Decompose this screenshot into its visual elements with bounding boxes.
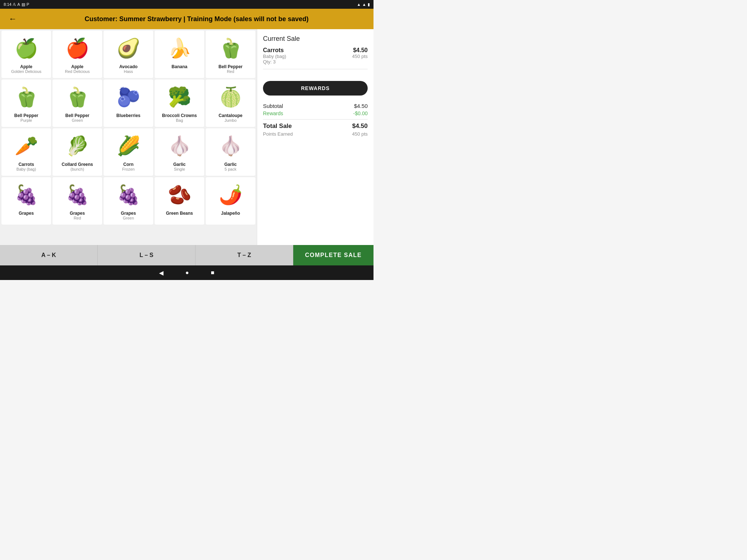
product-card-blueberries[interactable]: 🫐Blueberries (104, 79, 153, 127)
product-img-corn: 🌽 (114, 131, 143, 160)
product-card-avocado[interactable]: 🥑AvocadoHass (104, 31, 153, 78)
product-card-apple-golden[interactable]: 🍏AppleGolden Delicious (1, 31, 51, 78)
points-row: Points Earned 450 pts (263, 131, 368, 137)
product-name-bell-pepper-green: Bell Pepper (65, 113, 89, 118)
android-back-button[interactable]: ◀ (159, 269, 163, 276)
status-icon-a1: 𝔸 (13, 2, 16, 7)
status-bar: 8:14 𝔸 A ▤ P ▲ ▲ ▮ (0, 0, 374, 9)
product-sub-garlic-single: Single (174, 167, 185, 171)
rewards-button[interactable]: REWARDS (263, 81, 368, 96)
product-img-grapes-red: 🍇 (63, 180, 92, 209)
product-sub-avocado: Hass (124, 69, 133, 74)
subtotal-label: Subtotal (263, 103, 283, 109)
product-name-carrots: Carrots (19, 162, 34, 167)
product-card-collard-greens[interactable]: 🥬Collard Greens(bunch) (53, 128, 102, 176)
product-sub-grapes-green: Green (123, 216, 134, 220)
android-recent-button[interactable]: ■ (211, 269, 214, 276)
product-card-apple-red[interactable]: 🍎AppleRed Delicious (53, 31, 102, 78)
rewards-value: -$0.00 (353, 110, 368, 116)
product-name-bell-pepper-red: Bell Pepper (218, 64, 243, 69)
tab-t-z[interactable]: T – Z (196, 245, 293, 265)
product-grid: 🍏AppleGolden Delicious🍎AppleRed Deliciou… (1, 31, 255, 225)
total-sale-row: Total Sale $4.50 (263, 122, 368, 130)
product-sub-apple-red: Red Delicious (65, 69, 90, 74)
status-right: ▲ ▲ ▮ (357, 2, 370, 7)
product-card-grapes-red[interactable]: 🍇GrapesRed (53, 177, 102, 225)
product-card-grapes-mixed[interactable]: 🍇Grapes (1, 177, 51, 225)
product-sub-cantaloupe: Jumbo (224, 118, 236, 122)
product-card-broccoli[interactable]: 🥦Broccoli CrownsBag (155, 79, 204, 127)
android-nav: ◀ ● ■ (0, 265, 374, 280)
current-sale-title: Current Sale (263, 35, 368, 43)
battery-icon: ▮ (368, 2, 370, 7)
product-card-garlic-pack[interactable]: 🧄Garlic5 pack (206, 128, 255, 176)
points-value: 450 pts (352, 131, 368, 137)
product-name-green-beans: Green Beans (166, 211, 193, 216)
product-card-bell-pepper-green[interactable]: 🫑Bell PepperGreen (53, 79, 102, 127)
tab-a-k[interactable]: A – K (0, 245, 98, 265)
status-time: 8:14 (4, 2, 11, 7)
product-img-green-beans: 🫘 (165, 180, 194, 209)
product-card-garlic-single[interactable]: 🧄GarlicSingle (155, 128, 204, 176)
product-img-grapes-mixed: 🍇 (12, 180, 41, 209)
subtotal-row: Subtotal $4.50 (263, 103, 368, 109)
sale-item-pts: 450 pts (352, 54, 368, 59)
product-sub-broccoli: Bag (176, 118, 183, 122)
app-header: ← Customer: Summer Strawberry | Training… (0, 9, 374, 29)
product-card-jalapeno[interactable]: 🌶️Jalapeño (206, 177, 255, 225)
product-img-garlic-single: 🧄 (165, 131, 194, 160)
product-card-carrots[interactable]: 🥕CarrotsBaby (bag) (1, 128, 51, 176)
rewards-row: Rewards -$0.00 (263, 110, 368, 116)
product-name-banana: Banana (171, 64, 187, 69)
product-sub-corn: Frozen (122, 167, 135, 171)
product-card-green-beans[interactable]: 🫘Green Beans (155, 177, 204, 225)
product-img-banana: 🍌 (165, 34, 194, 63)
tab-l-s[interactable]: L – S (98, 245, 196, 265)
product-section: 🍏AppleGolden Delicious🍎AppleRed Deliciou… (0, 29, 257, 245)
product-name-grapes-mixed: Grapes (19, 211, 34, 216)
product-img-bell-pepper-purple: 🫑 (12, 82, 41, 112)
status-icon-a2: A (17, 2, 20, 7)
product-sub-carrots: Baby (bag) (16, 167, 36, 171)
product-sub-garlic-pack: 5 pack (225, 167, 236, 171)
product-card-bell-pepper-red[interactable]: 🫑Bell PepperRed (206, 31, 255, 78)
android-home-button[interactable]: ● (185, 269, 189, 276)
points-label: Points Earned (263, 131, 293, 137)
product-name-broccoli: Broccoli Crowns (162, 113, 197, 118)
product-img-bell-pepper-red: 🫑 (216, 34, 245, 63)
product-name-collard-greens: Collard Greens (62, 162, 93, 167)
product-img-apple-golden: 🍏 (12, 34, 41, 63)
product-img-garlic-pack: 🧄 (216, 131, 245, 160)
status-left: 8:14 𝔸 A ▤ P (4, 2, 29, 7)
product-card-grapes-green[interactable]: 🍇GrapesGreen (104, 177, 153, 225)
product-card-corn[interactable]: 🌽CornFrozen (104, 128, 153, 176)
product-sub-bell-pepper-red: Red (227, 69, 234, 74)
product-img-carrots: 🥕 (12, 131, 41, 160)
product-img-avocado: 🥑 (114, 34, 143, 63)
rewards-label: Rewards (263, 110, 283, 116)
back-button[interactable]: ← (6, 13, 20, 25)
sale-item-sub-row: Baby (bag) 450 pts (263, 54, 368, 59)
sale-item-qty: Qty: 3 (263, 59, 368, 65)
product-sub-bell-pepper-green: Green (72, 118, 83, 122)
product-sub-bell-pepper-purple: Purple (20, 118, 32, 122)
product-name-garlic-single: Garlic (173, 162, 186, 167)
subtotal-value: $4.50 (354, 103, 368, 109)
product-name-grapes-red: Grapes (70, 211, 85, 216)
product-name-blueberries: Blueberries (116, 113, 140, 118)
product-sub-apple-golden: Golden Delicious (11, 69, 41, 74)
product-img-broccoli: 🥦 (165, 82, 194, 112)
product-card-bell-pepper-purple[interactable]: 🫑Bell PepperPurple (1, 79, 51, 127)
complete-sale-button[interactable]: COMPLETE SALE (293, 245, 374, 265)
product-card-banana[interactable]: 🍌Banana (155, 31, 204, 78)
product-card-cantaloupe[interactable]: 🍈CantaloupeJumbo (206, 79, 255, 127)
product-name-grapes-green: Grapes (121, 211, 136, 216)
product-img-cantaloupe: 🍈 (216, 82, 245, 112)
sale-item-sub: Baby (bag) (263, 54, 286, 59)
product-name-apple-red: Apple (71, 64, 83, 69)
signal-icon: ▲ (362, 2, 366, 7)
total-sale-value: $4.50 (352, 122, 368, 130)
product-img-bell-pepper-green: 🫑 (63, 82, 92, 112)
product-name-bell-pepper-purple: Bell Pepper (14, 113, 38, 118)
product-img-apple-red: 🍎 (63, 34, 92, 63)
